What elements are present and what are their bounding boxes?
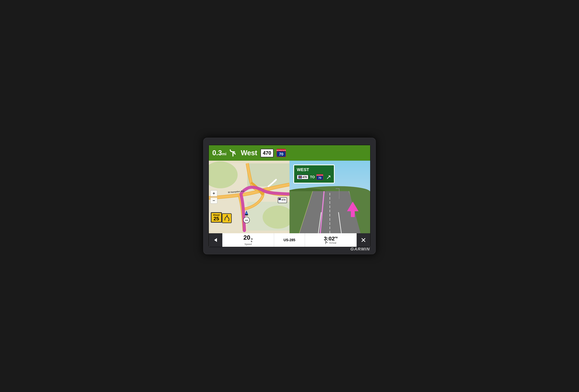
sign-direction: WEST <box>297 167 331 172</box>
svg-marker-35 <box>347 202 359 217</box>
camera-view: WEST 470 TO <box>290 161 370 233</box>
speed-unit-mph-bottom: h <box>251 240 252 243</box>
navigation-bar: 0.3mi West 470 INTERSTATE 70 <box>209 145 370 161</box>
route-sign-470-camera: 470 <box>297 175 308 179</box>
back-button[interactable] <box>209 233 222 247</box>
route-sign-470: 470 <box>260 149 274 157</box>
speed-value: 20 <box>243 235 250 240</box>
nav-direction: West <box>241 149 257 157</box>
highway-exit-sign: WEST 470 TO <box>293 164 335 183</box>
zoom-out-button[interactable]: − <box>210 198 217 204</box>
svg-rect-40 <box>326 242 327 243</box>
svg-text:INTERSTATE: INTERSTATE <box>277 150 286 151</box>
curve-warning-sign <box>221 213 232 224</box>
speed-ahead-sign: Ahead 25 <box>211 212 222 223</box>
map-view[interactable]: W Hampden Ave 470 285 <box>209 161 290 233</box>
speed-label: Speed <box>245 243 252 246</box>
interstate-badge-sign: INTERSTATE 70 <box>316 174 323 181</box>
svg-rect-17 <box>245 214 248 216</box>
svg-text:INTERSTATE: INTERSTATE <box>316 174 323 176</box>
main-content: W Hampden Ave 470 285 <box>209 161 370 233</box>
sign-arrow: ↗ <box>326 173 331 181</box>
current-road-name: US-285 <box>284 238 295 242</box>
lamp-post <box>339 188 340 199</box>
garmin-device: 0.3mi West 470 INTERSTATE 70 <box>203 137 376 255</box>
arrival-time: 3:02PM <box>324 235 338 241</box>
svg-rect-39 <box>327 241 327 242</box>
bottom-bar: 20 m h Speed US-285 3:02PM <box>209 233 370 247</box>
arrival-display: 3:02PM Arrival <box>305 233 357 247</box>
arrival-ampm: PM <box>335 236 338 239</box>
close-icon <box>361 237 366 243</box>
ahead-number: 25 <box>213 216 220 221</box>
svg-text:70: 70 <box>279 152 283 156</box>
interstate-70-badge: INTERSTATE 70 <box>276 148 286 158</box>
sign-to: TO <box>310 175 315 179</box>
close-button[interactable] <box>357 233 370 247</box>
svg-text:470: 470 <box>281 198 286 201</box>
svg-rect-18 <box>222 214 231 223</box>
svg-rect-38 <box>326 241 327 242</box>
garmin-logo: GARMIN <box>351 247 370 252</box>
speed-display: 20 m h Speed <box>222 233 274 247</box>
svg-rect-41 <box>327 242 327 243</box>
svg-text:285: 285 <box>245 219 248 221</box>
road-name-display: US-285 <box>274 233 305 247</box>
device-screen: 0.3mi West 470 INTERSTATE 70 <box>209 145 370 247</box>
distance-unit: mi <box>222 152 226 156</box>
speed-unit-mph-top: m <box>251 238 253 240</box>
svg-text:70: 70 <box>318 176 321 179</box>
arrival-label: Arrival <box>329 241 336 244</box>
turn-arrow-icon <box>228 148 238 157</box>
svg-rect-37 <box>325 241 326 244</box>
nav-distance: 0.3mi <box>212 149 226 157</box>
direction-arrow-overlay <box>347 202 359 218</box>
map-zoom-controls: + − <box>210 190 217 204</box>
zoom-in-button[interactable]: + <box>210 190 217 197</box>
back-icon <box>213 237 218 243</box>
checkered-flag-icon <box>325 241 328 244</box>
svg-marker-36 <box>214 238 217 242</box>
